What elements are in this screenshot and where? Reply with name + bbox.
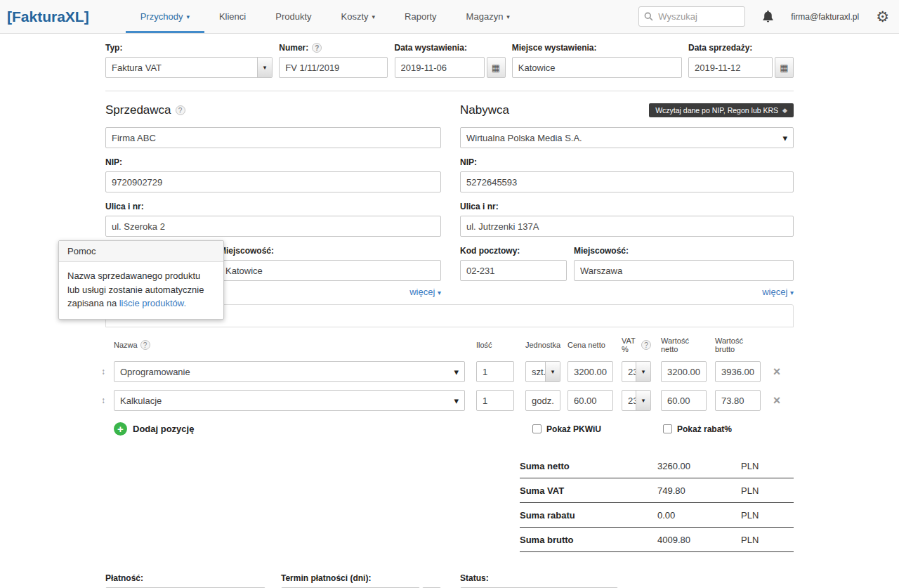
calendar-icon[interactable]: ▦ bbox=[775, 57, 794, 78]
item-vat-select[interactable]: 23 ▾ bbox=[622, 390, 651, 411]
item-price-input[interactable] bbox=[567, 361, 613, 382]
buyer-city-input[interactable] bbox=[574, 260, 794, 281]
tooltip-title: Pomoc bbox=[59, 241, 223, 262]
calendar-icon[interactable]: ▦ bbox=[487, 57, 506, 78]
caret-down-icon: ▾ bbox=[438, 289, 441, 296]
field-status: Status: Nieopłacona ▾ bbox=[460, 573, 618, 588]
item-unit-select[interactable]: szt. ▾ bbox=[525, 361, 560, 382]
help-icon[interactable]: ? bbox=[140, 340, 150, 350]
caret-down-icon[interactable]: ▾ bbox=[545, 362, 560, 381]
seller-heading: Sprzedawca bbox=[105, 103, 171, 117]
totals-summary: Suma netto 3260.00 PLN Suma VAT 749.80 P… bbox=[520, 454, 794, 552]
settings-gear-icon[interactable]: ⚙ bbox=[876, 9, 889, 24]
item-row: ↕ Kalkulacje ▾ 23 ▾ × bbox=[105, 390, 794, 411]
drag-handle-icon[interactable]: ↕ bbox=[101, 396, 105, 405]
caret-down-icon[interactable]: ▾ bbox=[636, 362, 650, 381]
caret-down-icon: ▾ bbox=[506, 13, 510, 20]
delete-row-icon[interactable]: × bbox=[769, 394, 785, 407]
item-name-select[interactable]: Kalkulacje ▾ bbox=[114, 390, 465, 411]
nav-item-koszty[interactable]: Koszty ▾ bbox=[327, 0, 391, 33]
item-vat-value: 23 bbox=[622, 362, 636, 381]
summary-value: 749.80 bbox=[657, 485, 741, 496]
termin-label: Termin płatności (dni): bbox=[281, 573, 441, 583]
summary-row: Suma VAT 749.80 PLN bbox=[520, 478, 794, 503]
buyer-nip-input[interactable] bbox=[460, 171, 794, 192]
search-input[interactable] bbox=[638, 6, 745, 27]
invoice-header-fields: Typ: Faktura VAT ▾ Numer:? Data wystawie… bbox=[105, 43, 794, 78]
field-miejsce-wystawienia: Miejsce wystawienia: bbox=[512, 43, 682, 78]
item-vat-value: 23 bbox=[622, 391, 636, 410]
data-sprzedazy-input[interactable] bbox=[688, 57, 773, 78]
item-net-input[interactable] bbox=[661, 390, 707, 411]
nav-item-raporty[interactable]: Raporty bbox=[390, 0, 452, 33]
nav-label: Raporty bbox=[405, 11, 437, 22]
seller-nip-input[interactable] bbox=[105, 171, 441, 192]
buyer-postal-input[interactable] bbox=[460, 260, 567, 281]
app-logo[interactable]: [FakturaXL] bbox=[7, 8, 89, 25]
col-wartosc-brutto: Wartość brutto bbox=[715, 337, 761, 353]
show-rabat-checkbox-group[interactable]: Pokaż rabat% bbox=[663, 424, 732, 434]
field-platnosc: Płatność: Przelew ▾ bbox=[105, 573, 265, 588]
item-qty-input[interactable] bbox=[476, 361, 514, 382]
item-vat-select[interactable]: 23 ▾ bbox=[622, 361, 651, 382]
status-label: Status: bbox=[460, 573, 618, 583]
product-list-link[interactable]: liście produktów. bbox=[119, 298, 186, 308]
seller-name-input[interactable] bbox=[105, 127, 441, 148]
nav-label: Produkty bbox=[275, 11, 311, 22]
caret-down-icon[interactable]: ▾ bbox=[257, 58, 272, 77]
item-qty-input[interactable] bbox=[476, 390, 514, 411]
show-pkwiu-checkbox[interactable] bbox=[532, 424, 542, 433]
add-item-plus-icon[interactable]: + bbox=[114, 422, 127, 436]
show-pkwiu-checkbox-group[interactable]: Pokaż PKWiU bbox=[532, 424, 601, 434]
load-data-button-label: Wczytaj dane po NIP, Regon lub KRS bbox=[655, 106, 778, 115]
diamond-icon: ◆ bbox=[782, 107, 787, 114]
seller-street-input[interactable] bbox=[105, 216, 441, 237]
buyer-city-label: Miejscowość: bbox=[574, 246, 794, 256]
delete-row-icon[interactable]: × bbox=[769, 365, 785, 378]
drag-handle-icon[interactable]: ↕ bbox=[101, 367, 105, 377]
platnosc-label: Płatność: bbox=[105, 573, 265, 583]
buyer-street-input[interactable] bbox=[460, 216, 794, 237]
nav-item-klienci[interactable]: Klienci bbox=[204, 0, 261, 33]
buyer-more-link[interactable]: więcej ▾ bbox=[460, 287, 794, 297]
col-nazwa: Nazwa bbox=[114, 341, 138, 349]
item-net-input[interactable] bbox=[661, 361, 707, 382]
help-icon[interactable]: ? bbox=[312, 43, 322, 53]
nav-item-produkty[interactable]: Produkty bbox=[261, 0, 326, 33]
typ-select[interactable]: Faktura VAT ▾ bbox=[105, 57, 273, 78]
nav-item-przychody[interactable]: Przychody ▾ bbox=[126, 0, 204, 33]
help-icon[interactable]: ? bbox=[176, 105, 185, 115]
miejsce-wystawienia-input[interactable] bbox=[512, 57, 682, 78]
caret-down-icon[interactable]: ▾ bbox=[636, 391, 650, 410]
summary-label: Suma VAT bbox=[520, 485, 657, 496]
buyer-section: Nabywca Wczytaj dane po NIP, Regon lub K… bbox=[460, 100, 794, 297]
summary-value: 0.00 bbox=[657, 510, 741, 521]
buyer-select[interactable]: Wirtualna Polska Media S.A. ▾ bbox=[460, 127, 794, 148]
typ-label: Typ: bbox=[105, 43, 273, 53]
item-name-select[interactable]: Oprogramowanie ▾ bbox=[114, 361, 465, 382]
numer-input[interactable] bbox=[279, 57, 388, 78]
numer-label: Numer: bbox=[279, 43, 308, 53]
item-price-input[interactable] bbox=[567, 390, 613, 411]
item-name-value: Oprogramowanie bbox=[114, 367, 454, 377]
item-unit-input[interactable] bbox=[525, 390, 560, 411]
summary-currency: PLN bbox=[741, 461, 759, 471]
field-data-sprzedazy: Data sprzedaży: ▦ bbox=[688, 43, 794, 78]
field-termin: Termin płatności (dni): ▦ bbox=[281, 573, 441, 588]
account-email[interactable]: firma@fakturaxl.pl bbox=[791, 12, 859, 22]
col-jednostka: Jednostka bbox=[525, 341, 560, 349]
col-vat: VAT % bbox=[622, 337, 638, 353]
item-gross-input[interactable] bbox=[715, 361, 761, 382]
item-gross-input[interactable] bbox=[715, 390, 761, 411]
nav-item-magazyn[interactable]: Magazyn ▾ bbox=[452, 0, 525, 33]
help-tooltip: Pomoc Nazwa sprzedawanego produktu lub u… bbox=[58, 240, 224, 320]
load-data-button[interactable]: Wczytaj dane po NIP, Regon lub KRS ◆ bbox=[649, 103, 794, 117]
search-box bbox=[638, 6, 745, 27]
add-item-button[interactable]: Dodaj pozycję bbox=[133, 424, 194, 434]
caret-down-icon: ▾ bbox=[372, 13, 376, 20]
seller-city-input[interactable] bbox=[219, 260, 441, 281]
data-wystawienia-input[interactable] bbox=[395, 57, 485, 78]
notifications-bell-icon[interactable] bbox=[762, 10, 774, 23]
help-icon[interactable]: ? bbox=[641, 340, 651, 350]
show-rabat-checkbox[interactable] bbox=[663, 424, 672, 433]
